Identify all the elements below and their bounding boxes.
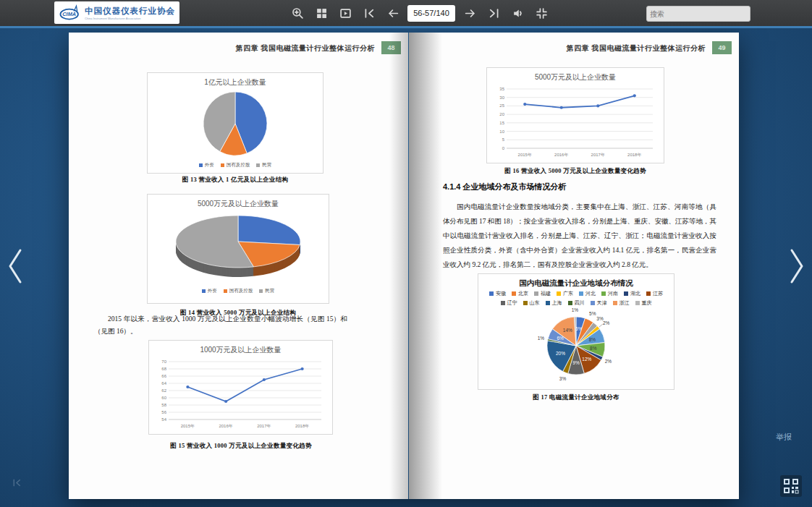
figure-17-box: 国内电磁流量计企业地域分布情况 安徽北京福建广东河北河南湖北江苏辽宁山东上海四川… [478, 273, 674, 390]
legend-label: 上海 [552, 299, 562, 307]
x-tick-label: 2016年 [554, 153, 568, 157]
book-spread: 第四章 我国电磁流量计行业整体运行分析 48 1亿元以上企业数量 外资国有及控股… [69, 33, 739, 499]
next-page-icon [464, 7, 476, 20]
body-paragraph: 2015 年以来，营业收入 1000 万元及以上企业数量小幅波动增长（见图 15… [94, 313, 347, 338]
y-tick-label: 10 [499, 129, 504, 134]
last-page-button[interactable] [484, 4, 503, 22]
flipbook-viewer: CIMA 中国仪器仪表行业协会 China Instrument Manufac… [0, 0, 812, 507]
pie-slice-label: 8% [590, 346, 597, 351]
legend-item: 安徽 [489, 290, 506, 297]
page-number-badge: 49 [712, 41, 732, 54]
legend-label: 辽宁 [507, 299, 517, 307]
legend-swatch [601, 291, 606, 296]
y-tick-label: 56 [161, 410, 166, 414]
pie-slice-label: 12% [582, 357, 591, 362]
search-input[interactable] [647, 10, 748, 18]
thumbnails-icon [316, 7, 328, 20]
legend-swatch [221, 163, 224, 167]
figure-13-box: 1亿元以上企业数量 外资国有及控股民营 [147, 72, 323, 174]
first-page-icon [12, 477, 22, 488]
legend-item: 外资 [202, 288, 217, 294]
flip-next-button[interactable] [786, 246, 808, 289]
legend-label: 河北 [585, 290, 596, 297]
first-page-button[interactable] [360, 4, 378, 22]
pie-chart-fig13 [151, 88, 319, 159]
section-heading: 4.1.4 企业地域分布及市场情况分析 [443, 182, 567, 192]
y-tick-label: 15 [499, 121, 504, 125]
data-point [560, 106, 563, 109]
line-chart-fig15: 5456586062646668702015年2016年2017年2018年 [153, 356, 329, 431]
legend-item: 辽宁 [501, 299, 517, 307]
legend-swatch [489, 291, 494, 296]
qr-code-icon [783, 478, 799, 494]
legend-label: 国有及控股 [227, 162, 250, 169]
pie-slice-label: 8% [589, 337, 596, 342]
figure-15-caption: 图 15 营业收入 1000 万元及以上企业数量变化趋势 [125, 442, 357, 451]
x-tick-label: 2017年 [257, 424, 271, 428]
line-chart-fig16: 051015202530352015年2016年2017年2018年 [491, 83, 660, 160]
legend-swatch [224, 289, 227, 293]
search-box [646, 6, 750, 22]
y-tick-label: 68 [161, 367, 166, 371]
chevron-right-icon [786, 246, 808, 286]
legend-label: 外资 [205, 162, 214, 169]
pie-slice-label: 9% [572, 360, 580, 365]
figure-16-box: 5000万元及以上企业数量 051015202530352015年2016年20… [486, 67, 664, 163]
data-line [187, 369, 302, 401]
pie-slice-label: 2% [605, 359, 612, 364]
sound-button[interactable] [508, 4, 527, 22]
first-page-corner-button[interactable] [12, 477, 22, 491]
legend-label: 天津 [597, 299, 607, 307]
slideshow-button[interactable] [336, 4, 355, 22]
y-tick-label: 54 [161, 417, 166, 422]
legend-swatch [259, 289, 263, 293]
data-point [263, 378, 266, 381]
legend-label: 湖北 [630, 290, 640, 297]
y-tick-label: 58 [161, 403, 166, 407]
cima-emblem-icon: CIMA [59, 4, 81, 22]
fullscreen-button[interactable] [532, 4, 551, 22]
legend-swatch [568, 301, 572, 305]
report-link[interactable]: 举报 [776, 432, 792, 443]
thumbnails-button[interactable] [312, 4, 331, 22]
legend-item: 江苏 [646, 290, 663, 297]
x-tick-label: 2018年 [295, 424, 309, 428]
zoom-in-button[interactable] [288, 4, 307, 22]
legend-swatch [624, 291, 628, 296]
legend-item: 民营 [256, 162, 271, 169]
legend-item: 上海 [546, 299, 562, 307]
legend-swatch [557, 291, 561, 296]
legend-label: 国有及控股 [229, 288, 253, 294]
legend-label: 福建 [541, 290, 551, 297]
legend-swatch [613, 301, 617, 305]
legend-swatch [534, 291, 538, 296]
legend-swatch [501, 301, 505, 305]
slideshow-icon [339, 7, 352, 20]
page-indicator-input[interactable] [407, 5, 455, 22]
flip-prev-button[interactable] [4, 246, 26, 289]
x-tick-label: 2018年 [627, 153, 641, 157]
pie-slice-label: 3% [559, 376, 567, 381]
y-tick-label: 66 [161, 374, 166, 378]
chart-title: 5000万元及以上企业数量 [490, 72, 661, 82]
next-page-button[interactable] [460, 4, 479, 22]
legend-label: 民营 [262, 162, 271, 169]
prev-page-button[interactable] [384, 4, 402, 22]
legend-label: 浙江 [619, 299, 630, 307]
body-paragraph: 国内电磁流量计企业数量按地域分类，主要集中在上海、浙江、江苏、河南等地（具体分布… [443, 200, 716, 272]
legend-item: 福建 [534, 290, 551, 297]
logo-subtitle: China Instrument Manufacturer Associatio… [85, 17, 166, 20]
legend-swatch [579, 291, 583, 296]
y-tick-label: 25 [499, 103, 504, 108]
y-tick-label: 60 [161, 396, 166, 400]
qr-code-button[interactable] [780, 475, 802, 497]
publisher-logo[interactable]: CIMA 中国仪器仪表行业协会 China Instrument Manufac… [54, 1, 179, 24]
legend-swatch [256, 163, 260, 167]
y-tick-label: 20 [499, 112, 504, 116]
legend-swatch [591, 301, 595, 305]
figure-14-box: 5000万元及以上企业数量 外资国有及控股民营 [147, 194, 329, 304]
x-tick-label: 2016年 [219, 424, 232, 428]
legend-label: 北京 [518, 290, 528, 297]
legend-swatch [546, 301, 550, 305]
legend-item: 河北 [579, 290, 596, 297]
